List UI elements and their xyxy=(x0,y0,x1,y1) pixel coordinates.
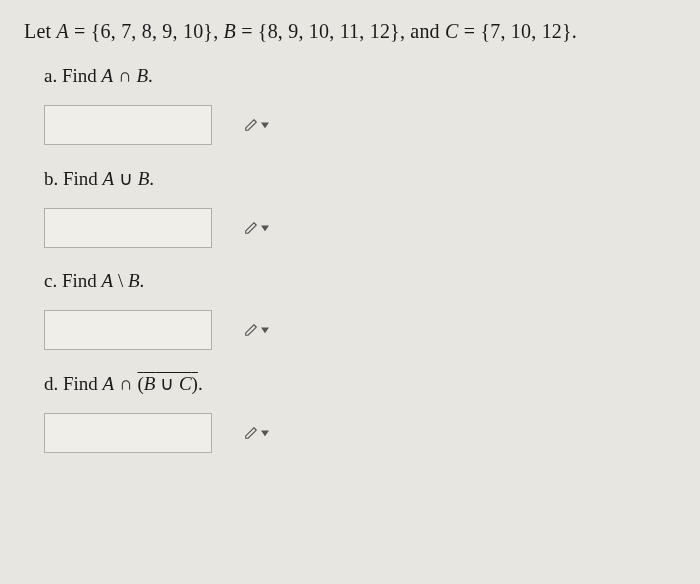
set-C-def: = {7, 10, 12}. xyxy=(459,20,577,42)
part-a-B: B xyxy=(136,65,148,86)
part-c-input[interactable] xyxy=(44,310,212,350)
part-b: b. Find A ∪ B. xyxy=(44,167,676,248)
part-d-prefix: d. Find xyxy=(44,373,103,394)
part-b-A: A xyxy=(103,168,115,189)
part-c-label: c. Find A \ B. xyxy=(44,270,676,292)
part-a: a. Find A ∩ B. xyxy=(44,65,676,145)
part-b-B: B xyxy=(138,168,150,189)
part-a-prefix: a. Find xyxy=(44,65,102,86)
part-d-A: A xyxy=(103,373,115,394)
equation-editor-button[interactable] xyxy=(240,116,273,134)
problem-statement: Let A = {6, 7, 8, 9, 10}, B = {8, 9, 10,… xyxy=(24,20,676,43)
set-C-label: C xyxy=(445,20,459,42)
dropdown-triangle-icon xyxy=(261,224,269,232)
part-a-answer-row xyxy=(44,105,676,145)
set-A-label: A xyxy=(56,20,68,42)
part-c-answer-row xyxy=(44,310,676,350)
part-b-op: ∪ xyxy=(114,168,138,189)
part-c-A: A xyxy=(102,270,114,291)
part-d-B: B xyxy=(144,373,156,394)
dropdown-triangle-icon xyxy=(261,121,269,129)
part-b-suffix: . xyxy=(149,168,154,189)
part-c: c. Find A \ B. xyxy=(44,270,676,350)
part-b-prefix: b. Find xyxy=(44,168,103,189)
dropdown-triangle-icon xyxy=(261,326,269,334)
set-B-def: = {8, 9, 10, 11, 12}, and xyxy=(236,20,445,42)
part-a-op: ∩ xyxy=(113,65,136,86)
dropdown-triangle-icon xyxy=(261,429,269,437)
part-d-complement: (B ∪ C) xyxy=(137,373,197,394)
part-c-op: \ xyxy=(113,270,128,291)
part-d-answer-row xyxy=(44,413,676,453)
part-d: d. Find A ∩ (B ∪ C). xyxy=(44,372,676,453)
part-c-suffix: . xyxy=(140,270,145,291)
part-a-A: A xyxy=(102,65,114,86)
part-a-suffix: . xyxy=(148,65,153,86)
part-d-op: ∩ xyxy=(114,373,137,394)
pencil-icon xyxy=(244,323,258,337)
pencil-icon xyxy=(244,221,258,235)
part-c-B: B xyxy=(128,270,140,291)
part-b-label: b. Find A ∪ B. xyxy=(44,167,676,190)
pencil-icon xyxy=(244,118,258,132)
set-A-def: = {6, 7, 8, 9, 10}, xyxy=(69,20,224,42)
part-c-prefix: c. Find xyxy=(44,270,102,291)
part-a-label: a. Find A ∩ B. xyxy=(44,65,676,87)
part-a-input[interactable] xyxy=(44,105,212,145)
part-d-suffix: . xyxy=(198,373,203,394)
text-let: Let xyxy=(24,20,56,42)
part-b-input[interactable] xyxy=(44,208,212,248)
set-B-label: B xyxy=(224,20,236,42)
equation-editor-button[interactable] xyxy=(240,219,273,237)
part-d-input[interactable] xyxy=(44,413,212,453)
equation-editor-button[interactable] xyxy=(240,424,273,442)
part-b-answer-row xyxy=(44,208,676,248)
part-d-label: d. Find A ∩ (B ∪ C). xyxy=(44,372,676,395)
pencil-icon xyxy=(244,426,258,440)
equation-editor-button[interactable] xyxy=(240,321,273,339)
part-d-C: C xyxy=(179,373,192,394)
part-d-union: ∪ xyxy=(155,373,179,394)
